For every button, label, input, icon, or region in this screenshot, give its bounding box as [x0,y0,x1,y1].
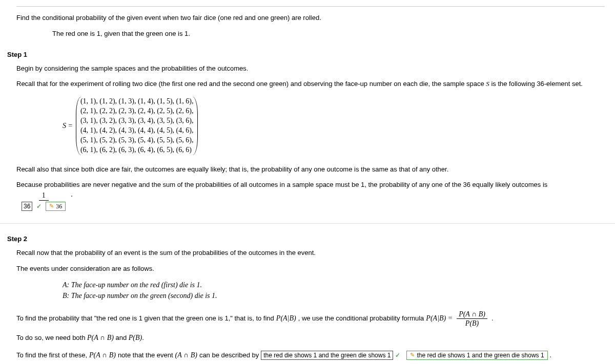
step1-p2: Recall that for the experiment of rollin… [16,79,605,90]
step2-p3: To find the probability that "the red on… [16,310,605,328]
step1-p4: Because probabilities are never negative… [16,180,605,190]
step1-p1: Begin by considering the sample spaces a… [16,63,605,74]
section-divider [0,223,615,224]
step-icon: ✎ [410,351,415,359]
step1-p3: Recall also that since both dice are fai… [16,164,605,175]
step2-p5: To find the first of these, P(A ∩ B) not… [16,349,605,362]
step2-label: Step 2 [7,235,608,243]
check-icon: ✓ [395,350,400,361]
step-icon: ✎ [49,202,54,210]
question-sub: The red one is 1, given that the green o… [16,29,605,39]
step2-p1: Recall now that the probability of an ev… [16,248,605,259]
step2-p2: The events under consideration are as fo… [16,264,605,274]
user-answer-input[interactable]: 36 [22,202,32,211]
correct-answer-box: ✎ 36 [46,202,66,211]
user-select-answer[interactable]: the red die shows 1 and the green die sh… [261,351,393,360]
set-rows: (1, 1), (1, 2), (1, 3), (1, 4), (1, 5), … [80,97,193,155]
question-main: Find the conditional probability of the … [16,6,605,24]
step1-label: Step 1 [7,51,608,58]
sample-space-set: S = (1, 1), (1, 2), (1, 3), (1, 4), (1, … [16,97,605,155]
correct-select-box: ✎ the red die shows 1 and the green die … [406,351,547,360]
events-block: A: The face-up number on the red (first)… [16,280,605,302]
probability-fraction: 1 36 ✓ ✎ 36 . [16,191,605,211]
check-icon: ✓ [36,203,42,210]
step2-p4: To do so, we need both P(A ∩ B) and P(B)… [16,332,605,344]
